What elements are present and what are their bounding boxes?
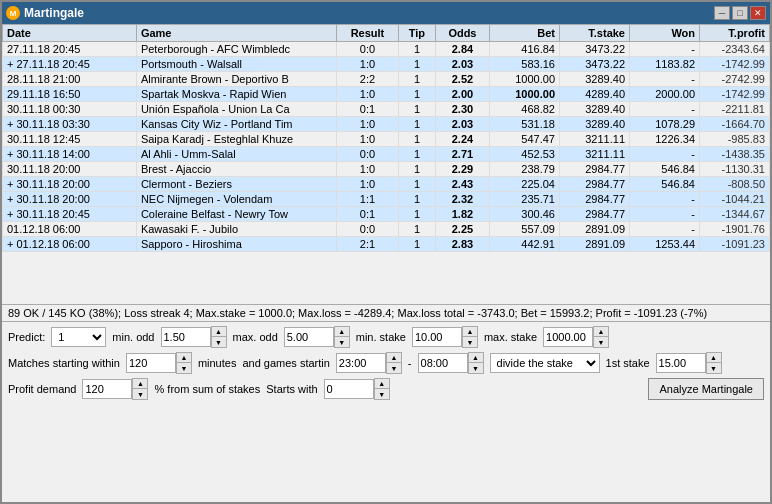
first-stake-arrows: ▲ ▼ bbox=[706, 352, 722, 374]
col-header-tprofit: T.profit bbox=[700, 25, 770, 42]
title-bar-left: M Martingale bbox=[6, 6, 84, 20]
minimize-button[interactable]: ─ bbox=[714, 6, 730, 20]
table-cell: 3289.40 bbox=[560, 102, 630, 117]
max-odd-spinner: ▲ ▼ bbox=[284, 326, 350, 348]
time-from-spinner: ▲ ▼ bbox=[336, 352, 402, 374]
table-cell: 2.03 bbox=[435, 117, 489, 132]
table-row: + 30.11.18 20:00Clermont - Beziers1:012.… bbox=[3, 177, 770, 192]
table-cell: 0:1 bbox=[336, 207, 398, 222]
table-cell: - bbox=[630, 222, 700, 237]
control-row-2: Matches starting within ▲ ▼ minutes and … bbox=[8, 352, 764, 374]
control-row-3: Profit demand ▲ ▼ % from sum of stakes S… bbox=[8, 378, 764, 400]
table-cell: 01.12.18 06:00 bbox=[3, 222, 137, 237]
min-odd-up[interactable]: ▲ bbox=[212, 327, 226, 337]
max-odd-down[interactable]: ▼ bbox=[335, 337, 349, 347]
table-cell: 3289.40 bbox=[560, 117, 630, 132]
table-cell: Kansas City Wiz - Portland Tim bbox=[136, 117, 336, 132]
minutes-down[interactable]: ▼ bbox=[177, 363, 191, 373]
table-cell: 0:1 bbox=[336, 102, 398, 117]
table-cell: + 01.12.18 06:00 bbox=[3, 237, 137, 252]
minutes-up[interactable]: ▲ bbox=[177, 353, 191, 363]
min-stake-down[interactable]: ▼ bbox=[463, 337, 477, 347]
table-row: + 30.11.18 14:00Al Ahli - Umm-Salal0:012… bbox=[3, 147, 770, 162]
max-stake-label: max. stake bbox=[484, 331, 537, 343]
max-odd-up[interactable]: ▲ bbox=[335, 327, 349, 337]
table-cell: 468.82 bbox=[490, 102, 560, 117]
table-cell: 1 bbox=[399, 222, 436, 237]
table-cell: -1742.99 bbox=[700, 87, 770, 102]
table-cell: 300.46 bbox=[490, 207, 560, 222]
min-stake-label: min. stake bbox=[356, 331, 406, 343]
time-from-down[interactable]: ▼ bbox=[387, 363, 401, 373]
profit-demand-label: Profit demand bbox=[8, 383, 76, 395]
table-cell: 1 bbox=[399, 147, 436, 162]
table-cell: 3473.22 bbox=[560, 57, 630, 72]
min-odd-down[interactable]: ▼ bbox=[212, 337, 226, 347]
table-row: 30.11.18 12:45Saipa Karadj - Esteghlal K… bbox=[3, 132, 770, 147]
min-stake-up[interactable]: ▲ bbox=[463, 327, 477, 337]
table-row: 01.12.18 06:00Kawasaki F. - Jubilo0:012.… bbox=[3, 222, 770, 237]
predict-select[interactable]: 12X bbox=[51, 327, 106, 347]
max-stake-input[interactable] bbox=[543, 327, 593, 347]
table-cell: -1091.23 bbox=[700, 237, 770, 252]
col-header-result: Result bbox=[336, 25, 398, 42]
table-body: 27.11.18 20:45Peterborough - AFC Wimbled… bbox=[3, 42, 770, 252]
maximize-button[interactable]: □ bbox=[732, 6, 748, 20]
table-cell: 2984.77 bbox=[560, 162, 630, 177]
col-header-tip: Tip bbox=[399, 25, 436, 42]
table-cell: 0:0 bbox=[336, 222, 398, 237]
minutes-spinner: ▲ ▼ bbox=[126, 352, 192, 374]
table-cell: 547.47 bbox=[490, 132, 560, 147]
table-cell: + 30.11.18 20:45 bbox=[3, 207, 137, 222]
min-odd-input[interactable] bbox=[161, 327, 211, 347]
table-cell: Almirante Brown - Deportivo B bbox=[136, 72, 336, 87]
table-cell: 1078.29 bbox=[630, 117, 700, 132]
table-cell: 1000.00 bbox=[490, 87, 560, 102]
table-cell: 2.52 bbox=[435, 72, 489, 87]
table-cell: Brest - Ajaccio bbox=[136, 162, 336, 177]
first-stake-label: 1st stake bbox=[606, 357, 650, 369]
analyze-button[interactable]: Analyze Martingale bbox=[648, 378, 764, 400]
first-stake-up[interactable]: ▲ bbox=[707, 353, 721, 363]
table-header-row: Date Game Result Tip Odds Bet T.stake Wo… bbox=[3, 25, 770, 42]
max-odd-arrows: ▲ ▼ bbox=[334, 326, 350, 348]
col-header-bet: Bet bbox=[490, 25, 560, 42]
time-from-up[interactable]: ▲ bbox=[387, 353, 401, 363]
table-cell: 1 bbox=[399, 132, 436, 147]
time-to-up[interactable]: ▲ bbox=[469, 353, 483, 363]
table-cell: 1:0 bbox=[336, 162, 398, 177]
profit-demand-input[interactable] bbox=[82, 379, 132, 399]
table-cell: -985.83 bbox=[700, 132, 770, 147]
table-cell: 30.11.18 20:00 bbox=[3, 162, 137, 177]
profit-demand-arrows: ▲ ▼ bbox=[132, 378, 148, 400]
max-stake-up[interactable]: ▲ bbox=[594, 327, 608, 337]
first-stake-input[interactable] bbox=[656, 353, 706, 373]
profit-demand-up[interactable]: ▲ bbox=[133, 379, 147, 389]
minutes-label: minutes bbox=[198, 357, 237, 369]
first-stake-down[interactable]: ▼ bbox=[707, 363, 721, 373]
profit-demand-down[interactable]: ▼ bbox=[133, 389, 147, 399]
table-cell: 3211.11 bbox=[560, 132, 630, 147]
divide-select[interactable]: divide the stake fixed stake increase st… bbox=[490, 353, 600, 373]
table-cell: -1344.67 bbox=[700, 207, 770, 222]
controls-area: Predict: 12X min. odd ▲ ▼ max. odd ▲ ▼ bbox=[2, 322, 770, 404]
table-cell: - bbox=[630, 207, 700, 222]
minutes-arrows: ▲ ▼ bbox=[176, 352, 192, 374]
table-cell: 1 bbox=[399, 57, 436, 72]
starts-with-up[interactable]: ▲ bbox=[375, 379, 389, 389]
minutes-input[interactable] bbox=[126, 353, 176, 373]
starts-with-down[interactable]: ▼ bbox=[375, 389, 389, 399]
table-cell: 1226.34 bbox=[630, 132, 700, 147]
min-stake-input[interactable] bbox=[412, 327, 462, 347]
table-cell: 1:0 bbox=[336, 132, 398, 147]
time-to-input[interactable] bbox=[418, 353, 468, 373]
starts-with-input[interactable] bbox=[324, 379, 374, 399]
table-cell: 546.84 bbox=[630, 162, 700, 177]
table-cell: 27.11.18 20:45 bbox=[3, 42, 137, 57]
time-from-input[interactable] bbox=[336, 353, 386, 373]
time-to-down[interactable]: ▼ bbox=[469, 363, 483, 373]
max-odd-input[interactable] bbox=[284, 327, 334, 347]
close-button[interactable]: ✕ bbox=[750, 6, 766, 20]
max-odd-label: max. odd bbox=[233, 331, 278, 343]
max-stake-down[interactable]: ▼ bbox=[594, 337, 608, 347]
